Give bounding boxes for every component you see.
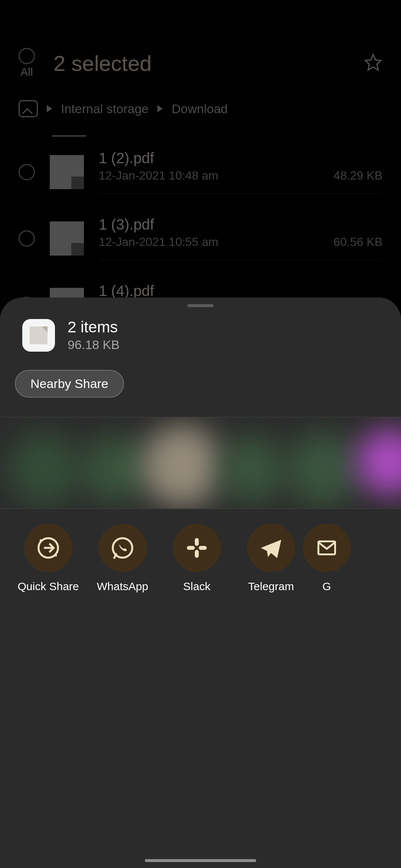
svg-rect-6: [195, 550, 199, 558]
svg-marker-0: [365, 55, 381, 70]
whatsapp-icon: [98, 524, 147, 572]
selection-header: All 2 selected: [0, 37, 401, 89]
gmail-icon: [303, 524, 351, 572]
file-checkbox[interactable]: [19, 164, 35, 180]
svg-rect-7: [187, 546, 195, 550]
home-icon[interactable]: [19, 100, 38, 117]
thumbnail-strip: [52, 125, 401, 137]
breadcrumb-item[interactable]: Download: [172, 102, 228, 116]
select-all-checkbox[interactable]: [19, 48, 35, 64]
chevron-right-icon: [47, 105, 52, 112]
share-apps-row: Quick Share WhatsApp Slac: [0, 509, 401, 608]
navigation-handle[interactable]: [145, 859, 256, 862]
file-name: 1 (3).pdf: [99, 216, 382, 233]
file-date: 12-Jan-2021 10:55 am: [99, 235, 218, 249]
file-row[interactable]: 1 (3).pdf 12-Jan-2021 10:55 am 60.56 KB: [0, 205, 401, 272]
slack-icon: [173, 524, 221, 572]
file-row[interactable]: 1 (2).pdf 12-Jan-2021 10:48 am 48.29 KB: [0, 139, 401, 205]
file-checkbox[interactable]: [19, 230, 35, 247]
file-name: 1 (4).pdf: [99, 283, 382, 299]
share-target-label: Telegram: [248, 580, 294, 593]
telegram-icon: [247, 524, 295, 572]
share-sheet: 2 items 96.18 KB Nearby Share Quick Shar…: [0, 297, 401, 868]
svg-rect-5: [195, 538, 199, 546]
share-target-label: Quick Share: [17, 580, 79, 593]
nearby-share-button[interactable]: Nearby Share: [15, 370, 124, 398]
quick-share-icon: [24, 524, 72, 572]
svg-point-3: [55, 555, 57, 557]
file-size: 60.56 KB: [333, 235, 382, 249]
file-size: 48.29 KB: [333, 169, 382, 183]
share-target-more[interactable]: G: [308, 524, 345, 593]
share-target-slack[interactable]: Slack: [160, 524, 234, 593]
breadcrumb-item[interactable]: Internal storage: [61, 102, 149, 116]
suggested-contacts-row[interactable]: [0, 417, 401, 509]
breadcrumb: Internal storage Download: [0, 100, 401, 117]
select-all-label: All: [20, 66, 33, 78]
document-icon: [22, 319, 55, 352]
selection-count-title: 2 selected: [53, 51, 364, 76]
sheet-grabber[interactable]: [188, 304, 213, 307]
svg-rect-8: [199, 546, 206, 550]
share-subtitle: 96.18 KB: [68, 338, 120, 352]
file-thumbnail: [50, 221, 84, 256]
share-target-quick-share[interactable]: Quick Share: [11, 524, 85, 593]
file-thumbnail: [50, 155, 84, 189]
file-name: 1 (2).pdf: [99, 150, 382, 167]
share-target-label: WhatsApp: [97, 580, 148, 593]
favorite-button[interactable]: [364, 53, 382, 73]
share-header: 2 items 96.18 KB: [0, 307, 401, 359]
share-target-whatsapp[interactable]: WhatsApp: [85, 524, 160, 593]
file-date: 12-Jan-2021 10:48 am: [99, 169, 218, 183]
share-target-telegram[interactable]: Telegram: [234, 524, 308, 593]
share-title: 2 items: [68, 318, 120, 336]
chevron-right-icon: [157, 105, 163, 112]
select-all-toggle[interactable]: All: [19, 48, 35, 78]
svg-point-2: [40, 539, 42, 542]
share-target-label: G: [322, 580, 331, 593]
share-target-label: Slack: [183, 580, 210, 593]
